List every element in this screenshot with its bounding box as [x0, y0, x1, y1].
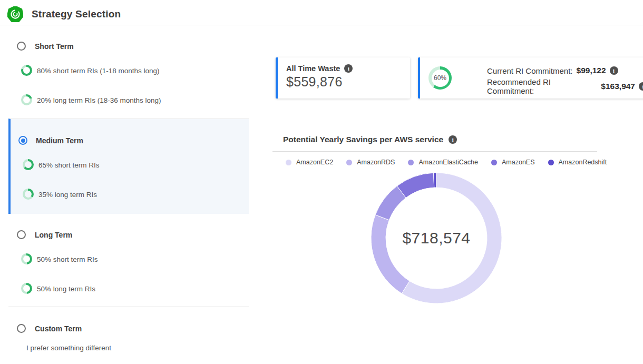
radio-long-term[interactable]: [17, 230, 26, 239]
legend-dot: [491, 160, 497, 165]
section-divider: [8, 307, 249, 307]
legend-item-amazonredshift[interactable]: AmazonRedshift: [548, 159, 607, 166]
strategy-label-long-term[interactable]: Long Term: [35, 231, 72, 240]
current-commitment-value: $99,122: [577, 66, 606, 75]
option-label: 20% long term RIs (18-36 months long): [37, 95, 161, 106]
progress-ring-50-short: [21, 253, 32, 264]
commitment-gauge: 60%: [428, 66, 452, 90]
strategy-label-medium-term[interactable]: Medium Term: [36, 136, 83, 145]
custom-term-description: I prefer something different: [26, 343, 111, 352]
option-label: 50% long term RIs: [37, 283, 95, 294]
all-time-waste-label: All Time Waste: [286, 64, 340, 73]
radio-custom-term[interactable]: [17, 324, 26, 333]
chart-title: Potential Yearly Savings per AWS service: [283, 135, 443, 144]
legend-item-amazonec2[interactable]: AmazonEC2: [286, 159, 333, 166]
commitment-gauge-value: 60%: [428, 66, 452, 90]
info-icon[interactable]: i: [639, 82, 643, 91]
info-icon[interactable]: i: [344, 64, 353, 73]
legend-dot: [286, 160, 291, 165]
legend-label: AmazonEC2: [296, 159, 333, 166]
progress-ring-35: [23, 189, 34, 200]
legend-dot: [408, 160, 414, 165]
progress-ring-20: [21, 94, 32, 105]
chart-legend: AmazonEC2 AmazonRDS AmazonElastiCache Am…: [286, 159, 607, 166]
legend-label: AmazonRDS: [357, 159, 395, 166]
strategy-label-custom-term[interactable]: Custom Term: [35, 324, 82, 333]
donut-segment-amazonec2[interactable]: [402, 173, 502, 303]
page-title: Strategy Selection: [32, 8, 121, 20]
legend-dot: [548, 160, 554, 165]
all-time-waste-card: All Time Waste i $559,876: [276, 57, 410, 99]
legend-label: AmazonES: [502, 159, 535, 166]
radio-short-term[interactable]: [17, 42, 26, 51]
recommended-commitment-row: Recommended RI Commitment: $163,947 i: [487, 81, 643, 92]
legend-item-amazonrds[interactable]: AmazonRDS: [346, 159, 395, 166]
donut-chart[interactable]: [368, 170, 505, 307]
info-icon[interactable]: i: [449, 135, 457, 144]
donut-segment-amazonrds[interactable]: [371, 215, 410, 293]
strategy-label-short-term[interactable]: Short Term: [35, 42, 74, 51]
progress-ring-80: [21, 65, 32, 76]
progress-ring-50-long: [21, 283, 32, 294]
progress-ring-65: [23, 159, 34, 170]
legend-item-amazones[interactable]: AmazonES: [491, 159, 535, 166]
current-commitment-row: Current RI Commitment: $99,122 i: [487, 65, 643, 76]
app-logo-icon: [7, 6, 23, 22]
option-label: 35% long term RIs: [38, 189, 97, 200]
option-label: 50% short term RIs: [37, 254, 98, 265]
legend-label: AmazonElastiCache: [418, 159, 478, 166]
option-label: 65% short term RIs: [38, 160, 100, 171]
donut-segment-amazonredshift[interactable]: [434, 173, 436, 188]
info-icon[interactable]: i: [610, 66, 618, 75]
chart-divider: [272, 151, 597, 152]
ri-commitment-card: 60% Current RI Commitment: $99,122 i Rec…: [418, 57, 643, 99]
legend-dot: [346, 160, 352, 165]
recommended-commitment-value: $163,947: [601, 82, 635, 91]
header-divider: [0, 25, 643, 25]
current-commitment-label: Current RI Commitment:: [487, 66, 573, 75]
strategy-selection-page: Strategy Selection Short Term 80% short …: [0, 0, 643, 364]
recommended-commitment-label: Recommended RI Commitment:: [487, 77, 597, 95]
all-time-waste-value: $559,876: [286, 74, 402, 90]
legend-item-amazonelasticache[interactable]: AmazonElastiCache: [408, 159, 478, 166]
legend-label: AmazonRedshift: [559, 159, 607, 166]
option-label: 80% short term RIs (1-18 months long): [37, 65, 160, 76]
radio-medium-term[interactable]: [18, 136, 27, 145]
